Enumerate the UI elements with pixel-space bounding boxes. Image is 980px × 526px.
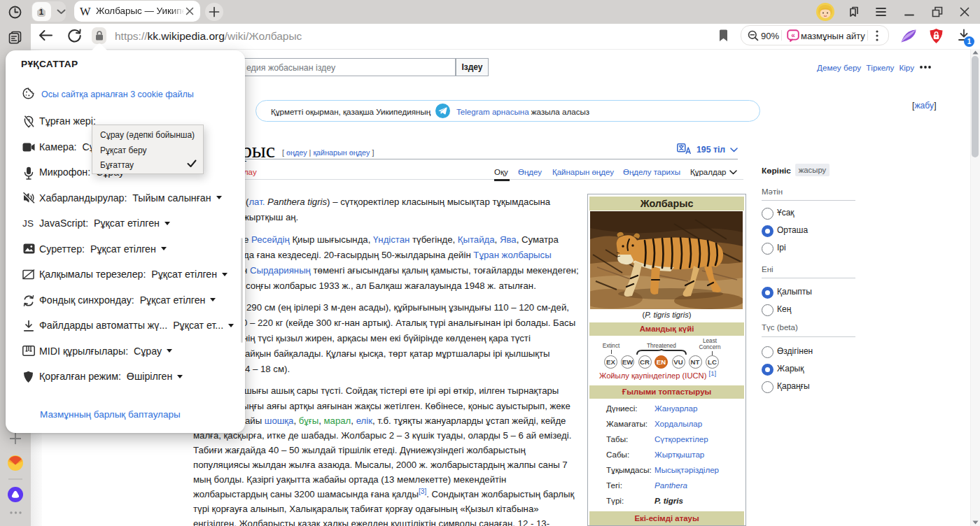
svg-text:«: « [791, 31, 795, 39]
svg-text:1: 1 [39, 8, 44, 16]
